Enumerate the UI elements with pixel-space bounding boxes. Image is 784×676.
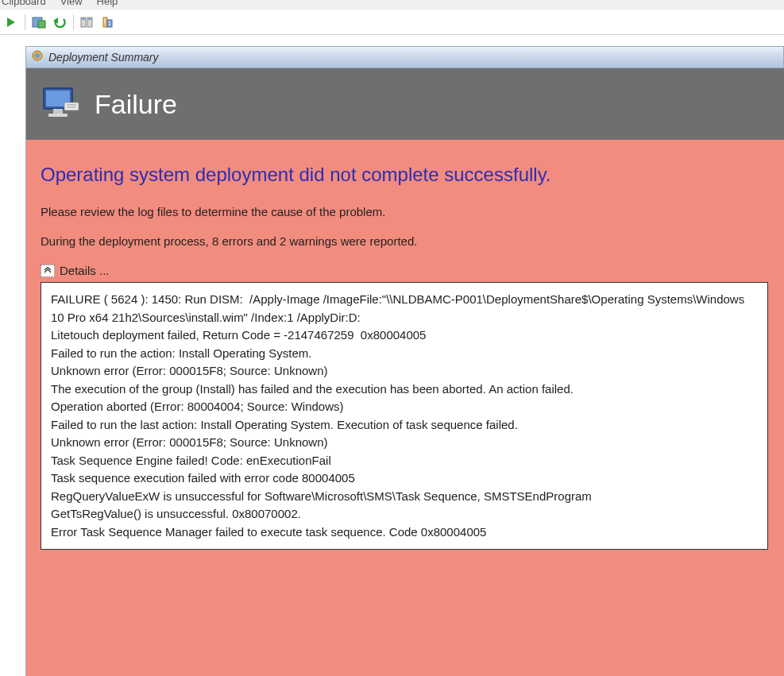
details-line: Failed to run the action: Install Operat… [51, 345, 758, 363]
details-label: Details ... [60, 264, 110, 277]
svg-rect-9 [107, 20, 112, 27]
box-green-icon[interactable] [29, 13, 48, 32]
toolbar [0, 10, 784, 35]
undo-icon[interactable] [50, 13, 69, 32]
toolbar-separator [73, 14, 74, 30]
svg-rect-17 [53, 109, 63, 114]
details-line: Litetouch deployment failed, Return Code… [51, 326, 758, 345]
svg-rect-12 [109, 21, 110, 23]
details-line: Unknown error (Error: 000015F8; Source: … [51, 362, 758, 380]
details-line: Task sequence execution failed with erro… [51, 469, 758, 488]
svg-rect-10 [104, 19, 106, 21]
monitor-icon [41, 85, 80, 123]
menu-help[interactable]: Help [97, 0, 118, 7]
details-line: Task Sequence Engine failed! Code: enExe… [51, 452, 758, 470]
chevron-up-icon [41, 265, 55, 277]
servers-icon[interactable] [78, 13, 97, 32]
details-line: RegQueryValueExW is unsuccessful for Sof… [51, 488, 758, 506]
window-area: Deployment Summary Failure Operating sys… [0, 35, 784, 676]
window-title: Deployment Summary [48, 51, 159, 64]
details-line: The execution of the group (Install) has… [51, 380, 758, 399]
details-line: Failed to run the last action: Install O… [51, 416, 758, 435]
details-toggle[interactable]: Details ... [41, 264, 770, 277]
header-title: Failure [95, 89, 177, 120]
titlebar: Deployment Summary [25, 46, 784, 68]
content-panel: Operating system deployment did not comp… [25, 140, 784, 676]
app-icon [31, 49, 44, 65]
svg-rect-18 [48, 114, 68, 117]
menubar: Clipboard View Help [0, 0, 784, 10]
svg-rect-6 [82, 18, 85, 20]
building-icon[interactable] [98, 13, 118, 32]
menu-clipboard[interactable]: Clipboard [2, 0, 46, 7]
svg-rect-7 [88, 18, 91, 20]
details-line: FAILURE ( 5624 ): 1450: Run DISM: /Apply… [51, 291, 758, 326]
details-line: GetTsRegValue() is unsuccessful. 0x80070… [51, 505, 758, 523]
details-line: Unknown error (Error: 000015F8; Source: … [51, 434, 758, 452]
error-headline: Operating system deployment did not comp… [41, 164, 770, 186]
details-box: FAILURE ( 5624 ): 1450: Run DISM: /Apply… [41, 282, 768, 550]
svg-rect-19 [64, 102, 79, 110]
summary-text: During the deployment process, 8 errors … [41, 234, 770, 248]
review-text: Please review the log files to determine… [41, 205, 770, 218]
details-line: Error Task Sequence Manager failed to ex… [51, 523, 758, 542]
toolbar-separator [25, 14, 25, 30]
details-line: Operation aborted (Error: 80004004; Sour… [51, 398, 758, 416]
header-bar: Failure [25, 68, 784, 140]
play-icon[interactable] [2, 13, 21, 32]
svg-marker-0 [7, 17, 15, 27]
svg-rect-2 [38, 21, 45, 28]
svg-rect-11 [104, 21, 106, 23]
menu-view[interactable]: View [60, 0, 83, 7]
svg-rect-13 [109, 24, 110, 25]
